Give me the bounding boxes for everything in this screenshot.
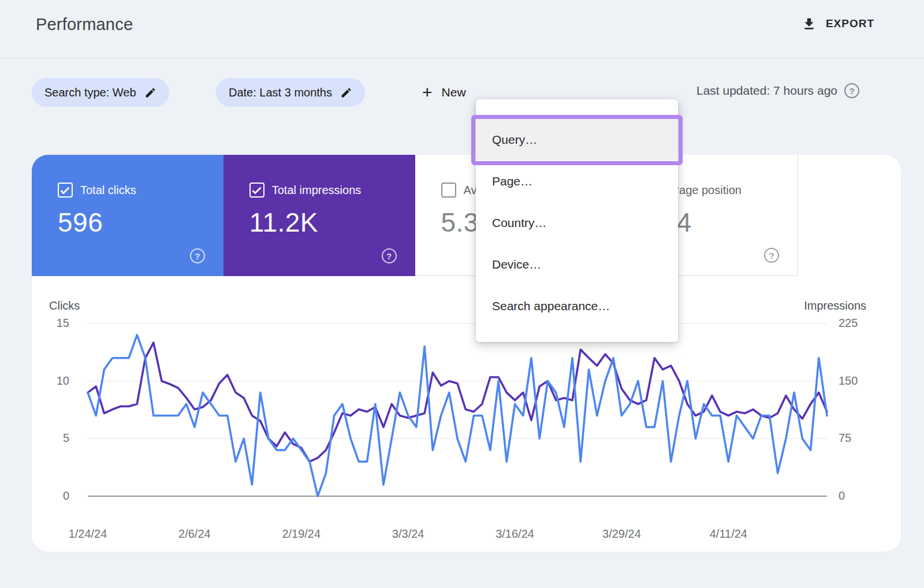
- search-type-chip[interactable]: Search type: Web: [32, 78, 169, 107]
- x-axis-tick-label: 2/6/24: [154, 527, 235, 541]
- x-axis-tick-label: 3/16/24: [475, 527, 556, 541]
- right-axis-tick-label: 0: [839, 489, 885, 503]
- left-axis-tick-label: 5: [32, 431, 69, 445]
- checkbox-unchecked-icon[interactable]: [441, 183, 456, 198]
- date-range-chip[interactable]: Date: Last 3 months: [216, 78, 365, 107]
- checkbox-checked-icon[interactable]: [249, 183, 264, 198]
- edit-pencil-icon: [340, 87, 352, 99]
- performance-panel: Total clicks 596 ? Total impressions 11.…: [32, 155, 901, 552]
- plus-icon: +: [422, 84, 433, 101]
- new-filter-menu: Query…Page…Country…Device…Search appeara…: [476, 99, 678, 342]
- metric-cards-row: Total clicks 596 ? Total impressions 11.…: [32, 155, 798, 276]
- menu-item[interactable]: Country…: [476, 202, 678, 244]
- performance-line-chart: [32, 288, 901, 524]
- x-axis-tick-label: 3/29/24: [581, 527, 662, 541]
- download-icon: [802, 16, 817, 31]
- checkmark-icon: [59, 184, 71, 196]
- total-impressions-card[interactable]: Total impressions 11.2K ?: [223, 155, 415, 276]
- menu-item[interactable]: Search appearance…: [476, 285, 678, 327]
- help-icon[interactable]: ?: [844, 83, 859, 98]
- right-axis-tick-label: 150: [839, 374, 885, 388]
- new-filter-label: New: [442, 85, 466, 99]
- date-range-chip-label: Date: Last 3 months: [229, 86, 332, 99]
- card-help-icon[interactable]: ?: [190, 248, 205, 263]
- menu-item[interactable]: Page…: [476, 161, 678, 202]
- total-impressions-label: Total impressions: [272, 184, 362, 197]
- right-axis-tick-label: 75: [839, 431, 885, 445]
- checkbox-checked-icon[interactable]: [58, 183, 73, 198]
- left-axis-tick-label: 15: [32, 317, 69, 330]
- menu-item[interactable]: Device…: [476, 244, 678, 285]
- search-type-chip-label: Search type: Web: [44, 86, 136, 99]
- export-label: EXPORT: [826, 17, 874, 30]
- x-axis-tick-label: 4/11/24: [688, 527, 769, 541]
- right-axis-tick-label: 225: [839, 317, 885, 330]
- export-button[interactable]: EXPORT: [802, 16, 874, 31]
- x-axis-tick-label: 1/24/24: [47, 527, 128, 541]
- x-axis-tick-label: 3/3/24: [368, 527, 449, 541]
- series-line-impressions: [88, 343, 827, 462]
- total-clicks-label: Total clicks: [80, 184, 136, 197]
- header-divider: [0, 58, 924, 58]
- left-axis-tick-label: 10: [32, 374, 69, 388]
- total-clicks-card[interactable]: Total clicks 596 ?: [32, 155, 223, 276]
- card-help-icon[interactable]: ?: [382, 248, 397, 263]
- x-axis-tick-label: 2/19/24: [261, 527, 342, 541]
- page-title: Performance: [36, 15, 133, 34]
- edit-pencil-icon: [144, 87, 157, 99]
- series-line-clicks: [88, 335, 827, 496]
- menu-item[interactable]: Query…: [476, 119, 678, 161]
- card-help-icon[interactable]: ?: [764, 248, 779, 263]
- checkmark-icon: [251, 184, 263, 196]
- total-impressions-value: 11.2K: [249, 207, 415, 238]
- last-updated-text: Last updated: 7 hours ago: [696, 84, 837, 98]
- total-clicks-value: 596: [58, 207, 223, 238]
- new-filter-button[interactable]: + New: [422, 78, 466, 107]
- left-axis-tick-label: 0: [32, 489, 69, 503]
- last-updated-status: Last updated: 7 hours ago ?: [696, 83, 859, 98]
